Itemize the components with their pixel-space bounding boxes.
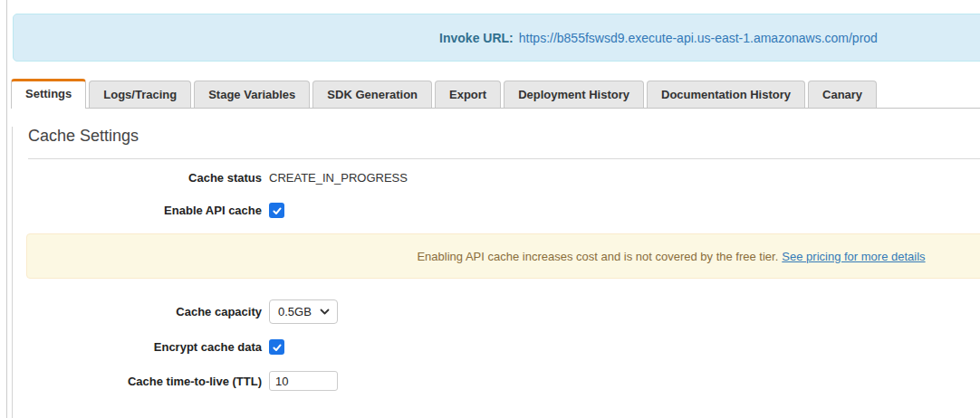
cache-capacity-row: Cache capacity 0.5GB [13,299,980,324]
cache-ttl-input[interactable] [269,371,338,391]
settings-tab-panel: Cache Settings Cache status CREATE_IN_PR… [12,127,980,418]
encrypt-cache-data-row: Encrypt cache data [13,339,980,355]
stage-tabs: Settings Logs/Tracing Stage Variables SD… [11,79,980,109]
cache-ttl-row: Cache time-to-live (TTL) [13,371,980,391]
tab-sdk-generation[interactable]: SDK Generation [312,81,432,108]
tab-export[interactable]: Export [435,81,501,108]
cache-pricing-warning: Enabling API cache increases cost and is… [26,233,980,279]
cache-status-row: Cache status CREATE_IN_PROGRESS [13,171,980,185]
encrypt-cache-data-label: Encrypt cache data [13,340,262,354]
enable-api-cache-label: Enable API cache [13,204,262,217]
cache-ttl-label: Cache time-to-live (TTL) [13,375,262,388]
encrypt-cache-data-checkbox[interactable] [269,339,284,355]
tab-stage-variables[interactable]: Stage Variables [194,81,310,108]
checkmark-icon [272,205,283,216]
cache-settings-title: Cache Settings [28,127,980,146]
tab-deployment-history[interactable]: Deployment History [504,81,644,108]
cache-capacity-select[interactable]: 0.5GB [269,299,338,324]
pane-divider[interactable] [6,0,7,418]
checkmark-icon [272,342,283,353]
invoke-url-banner: Invoke URL: https://b855fswsd9.execute-a… [13,14,980,62]
pricing-details-link[interactable]: See pricing for more details [782,250,925,263]
tab-canary[interactable]: Canary [808,81,877,108]
tab-settings[interactable]: Settings [11,79,86,109]
cache-status-label: Cache status [13,171,262,185]
warning-text: Enabling API cache increases cost and is… [417,250,778,263]
invoke-url-label: Invoke URL: [439,31,514,45]
enable-api-cache-checkbox[interactable] [269,203,284,218]
invoke-url-link[interactable]: https://b855fswsd9.execute-api.us-east-1… [519,31,878,45]
cache-capacity-selected-value: 0.5GB [278,305,312,318]
cache-status-value: CREATE_IN_PROGRESS [269,171,408,185]
tab-documentation-history[interactable]: Documentation History [647,81,805,108]
enable-api-cache-row: Enable API cache [13,203,980,218]
cache-capacity-label: Cache capacity [13,305,262,318]
section-divider [28,158,980,159]
tab-logs-tracing[interactable]: Logs/Tracing [89,81,191,108]
chevron-down-icon [320,309,330,315]
